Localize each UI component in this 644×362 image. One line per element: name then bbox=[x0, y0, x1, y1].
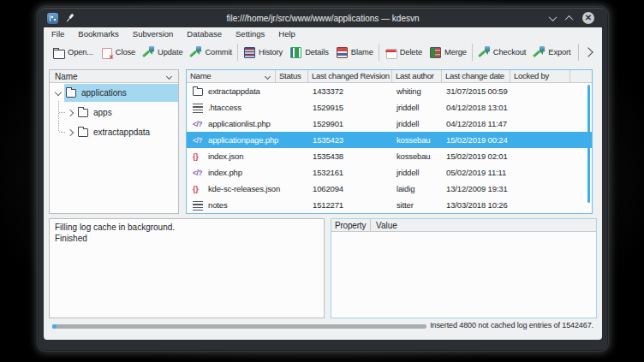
blame-button[interactable]: Blame bbox=[332, 42, 377, 62]
table-row[interactable]: </?applicationpage.php1535423kossebau15/… bbox=[187, 132, 592, 148]
blame-icon bbox=[337, 47, 348, 58]
repo-tree-panel: Name applications app bbox=[49, 69, 179, 214]
export-button[interactable]: Export bbox=[529, 42, 574, 62]
table-row[interactable]: notes1512271sitter13/03/2018 10:26 bbox=[187, 197, 592, 213]
update-icon bbox=[142, 46, 155, 59]
tree-header[interactable]: Name bbox=[50, 70, 178, 83]
table-row[interactable]: .htaccess1529915jriddell04/12/2018 13:01 bbox=[187, 99, 592, 116]
php-file-icon: </? bbox=[193, 135, 203, 145]
text-file-icon bbox=[193, 104, 203, 113]
delete-button[interactable]: Delete bbox=[381, 42, 426, 62]
minimize-icon[interactable] bbox=[549, 13, 558, 21]
sort-chevron-icon bbox=[166, 73, 172, 79]
details-button[interactable]: Details bbox=[286, 42, 332, 62]
commit-icon bbox=[189, 46, 202, 59]
delete-icon bbox=[385, 46, 397, 59]
close-doc-icon bbox=[100, 46, 113, 59]
file-table-panel: Name Status Last changed Revision Last a… bbox=[186, 69, 593, 214]
menu-bookmarks[interactable]: Bookmarks bbox=[71, 28, 126, 39]
table-header[interactable]: Name Status Last changed Revision Last a… bbox=[187, 70, 592, 83]
tree-item-extractappdata[interactable]: extractappdata bbox=[50, 122, 178, 142]
progress-bar bbox=[52, 324, 426, 329]
properties-panel: Property Value bbox=[331, 218, 597, 318]
folder-icon bbox=[78, 109, 88, 117]
log-line: Finished bbox=[55, 233, 319, 244]
open-button[interactable]: Open... bbox=[49, 42, 97, 62]
folder-icon bbox=[78, 128, 88, 137]
menu-subversion[interactable]: Subversion bbox=[126, 28, 181, 39]
checkout-button[interactable]: Checkout bbox=[474, 42, 529, 62]
text-file-icon bbox=[193, 201, 203, 211]
folder-icon bbox=[66, 89, 76, 98]
close-icon[interactable]: ✕ bbox=[582, 12, 594, 24]
expand-icon[interactable] bbox=[67, 128, 74, 135]
details-icon bbox=[290, 47, 301, 58]
json-file-icon: {} bbox=[193, 151, 203, 162]
menu-file[interactable]: File bbox=[45, 28, 71, 39]
properties-header[interactable]: Property Value bbox=[331, 219, 596, 232]
collapse-icon[interactable] bbox=[55, 88, 62, 95]
json-file-icon: {} bbox=[193, 184, 203, 194]
toolbar: Open... Close Update Commit History bbox=[44, 40, 602, 64]
update-button[interactable]: Update bbox=[139, 42, 186, 62]
merge-button[interactable]: Merge bbox=[426, 42, 470, 62]
merge-icon bbox=[430, 47, 441, 58]
progress-bar-fill bbox=[52, 324, 57, 329]
menu-database[interactable]: Database bbox=[180, 28, 229, 39]
folder-icon bbox=[193, 88, 203, 96]
menubar: File Bookmarks Subversion Database Setti… bbox=[44, 27, 602, 40]
kdesvn-window: file:///home/jr/src/www/www/applications… bbox=[38, 7, 608, 351]
php-file-icon: </? bbox=[193, 168, 203, 178]
history-icon bbox=[244, 47, 255, 58]
menu-settings[interactable]: Settings bbox=[229, 28, 271, 39]
history-button[interactable]: History bbox=[240, 42, 286, 62]
log-output-panel: Filling log cache in background. Finishe… bbox=[49, 218, 325, 318]
tree-item-apps[interactable]: apps bbox=[50, 103, 178, 122]
menu-help[interactable]: Help bbox=[271, 28, 302, 39]
checkout-icon bbox=[478, 46, 491, 59]
sort-chevron-icon bbox=[265, 73, 271, 79]
window-body: File Bookmarks Subversion Database Setti… bbox=[44, 27, 602, 340]
export-icon bbox=[533, 46, 546, 59]
table-row[interactable]: </?applicationlist.php1529901jriddell04/… bbox=[187, 116, 592, 132]
table-row[interactable]: extractappdata1433372whiting31/07/2015 0… bbox=[187, 83, 592, 99]
table-row[interactable]: </?index.php1532161jriddell05/02/2019 11… bbox=[187, 164, 592, 181]
open-icon bbox=[52, 46, 65, 59]
close-button[interactable]: Close bbox=[97, 42, 139, 62]
table-row[interactable]: {}index.json1535438kossebau15/02/2019 02… bbox=[187, 148, 592, 164]
php-file-icon: </? bbox=[193, 119, 203, 129]
main-area: Name applications app bbox=[44, 67, 602, 340]
table-row[interactable]: {}kde-sc-releases.json1062094laidig13/12… bbox=[187, 181, 592, 197]
log-line: Filling log cache in background. bbox=[55, 222, 319, 233]
desktop-background: file:///home/jr/src/www/www/applications… bbox=[0, 0, 644, 362]
window-title: file:///home/jr/src/www/www/applications… bbox=[39, 14, 607, 23]
toolbar-overflow-icon[interactable] bbox=[583, 47, 593, 56]
maximize-icon[interactable] bbox=[565, 15, 574, 23]
expand-icon[interactable] bbox=[67, 109, 74, 116]
commit-button[interactable]: Commit bbox=[186, 42, 235, 62]
status-message: Inserted 4800 not cached log entries of … bbox=[430, 321, 593, 329]
vertical-scrollbar[interactable] bbox=[587, 85, 590, 203]
tree-item-applications[interactable]: applications bbox=[50, 83, 178, 103]
titlebar[interactable]: file:///home/jr/src/www/www/applications… bbox=[39, 8, 607, 27]
